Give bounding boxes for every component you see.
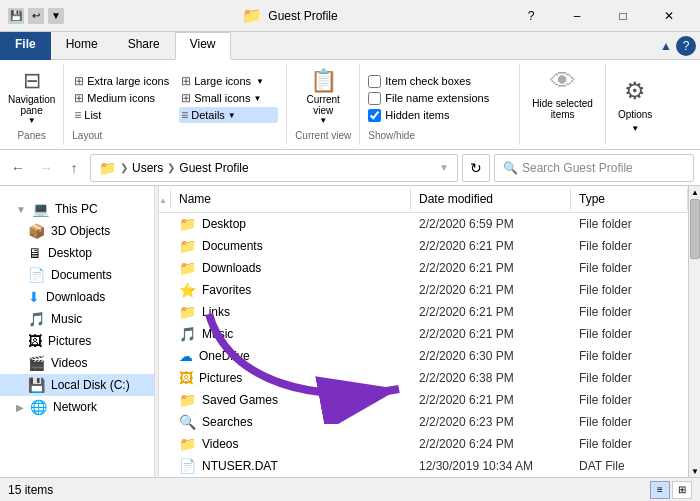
help-button[interactable]: ? [508,0,554,32]
ribbon-expand-button[interactable]: ▲ [660,39,672,53]
file-extensions-input[interactable] [368,92,381,105]
search-box[interactable]: 🔍 Search Guest Profile [494,154,694,182]
address-path[interactable]: 📁 ❯ Users ❯ Guest Profile ▼ [90,154,458,182]
file-cell-date: 12/30/2019 10:34 AM [411,457,571,475]
up-button[interactable]: ↑ [62,156,86,180]
options-section[interactable]: ⚙ Options ▼ [606,64,664,145]
layout-list[interactable]: ≡ List [72,107,171,123]
sidebar-item-videos[interactable]: 🎬 Videos [0,352,154,374]
details-view-button[interactable]: ≡ [650,481,670,499]
maximize-button[interactable]: □ [600,0,646,32]
item-checkboxes-label: Item check boxes [385,75,471,87]
file-name: NTUSER.DAT [202,459,278,473]
tab-file[interactable]: File [0,32,51,60]
file-cell-date: 2/2/2020 6:21 PM [411,303,571,321]
file-icon: 📁 [179,392,196,408]
file-row[interactable]: 📁 Downloads 2/2/2020 6:21 PM File folder [159,257,688,279]
sidebar-item-network[interactable]: ▶ 🌐 Network [0,396,154,418]
file-name: Downloads [202,261,261,275]
sidebar-item-this-pc[interactable]: ▼ 💻 This PC [0,198,154,220]
sidebar-item-music[interactable]: 🎵 Music [0,308,154,330]
file-row[interactable]: 🎵 Music 2/2/2020 6:21 PM File folder [159,323,688,345]
tab-view[interactable]: View [175,32,231,60]
file-cell-type: File folder [571,413,688,431]
file-row[interactable]: 📁 Saved Games 2/2/2020 6:21 PM File fold… [159,389,688,411]
main-area: ▼ 💻 This PC 📦 3D Objects 🖥 Desktop 📄 Doc… [0,186,700,477]
forward-button[interactable]: → [34,156,58,180]
expand-icon-network: ▶ [16,402,24,413]
col-header-date[interactable]: Date modified [411,188,571,210]
tiles-view-button[interactable]: ⊞ [672,481,692,499]
minimize-button[interactable]: – [554,0,600,32]
file-row[interactable]: 🖼 Pictures 2/2/2020 6:38 PM File folder [159,367,688,389]
layout-extra-large[interactable]: ⊞ Extra large icons [72,73,171,89]
back-button[interactable]: ← [6,156,30,180]
file-name: Music [202,327,233,341]
scroll-up-arrow[interactable]: ▲ [689,186,700,198]
hide-selected-section[interactable]: 👁 Hide selecteditems [520,64,606,145]
scroll-track[interactable] [689,260,700,465]
address-folder-icon: 📁 [99,160,116,176]
properties-icon: ▼ [48,8,64,24]
file-row[interactable]: 📄 NTUSER.DAT 12/30/2019 10:34 AM DAT Fil… [159,455,688,477]
col-header-name[interactable]: Name [171,188,411,210]
file-row[interactable]: 📁 Documents 2/2/2020 6:21 PM File folder [159,235,688,257]
file-icon: 📁 [179,238,196,254]
hidden-items-row[interactable]: Hidden items [368,108,511,123]
layout-medium[interactable]: ⊞ Medium icons [72,90,171,106]
small-label: Small icons [194,92,250,104]
path-separator-1: ❯ [120,162,128,173]
file-row[interactable]: 📁 Videos 2/2/2020 6:24 PM File folder [159,433,688,455]
panes-section[interactable]: ⊟ Navigationpane ▼ Panes [0,64,64,145]
scroll-thumb[interactable] [690,199,700,259]
nav-pane-icon: ⊟ [23,68,41,94]
tab-share[interactable]: Share [113,32,175,60]
file-cell-type: File folder [571,391,688,409]
item-checkboxes-input[interactable] [368,75,381,88]
path-guest-profile[interactable]: Guest Profile [179,161,248,175]
file-icon: 📁 [179,216,196,232]
file-cell-name: 🖼 Pictures [171,368,411,388]
file-cell-name: 📁 Videos [171,434,411,454]
current-view-section[interactable]: 📋 Currentview ▼ Current view [287,64,360,145]
sidebar-item-downloads[interactable]: ⬇ Downloads [0,286,154,308]
list-label: List [84,109,101,121]
hidden-items-input[interactable] [368,109,381,122]
help-ribbon-button[interactable]: ? [676,36,696,56]
network-icon: 🌐 [30,399,47,415]
layout-small[interactable]: ⊞ Small icons ▼ [179,90,278,106]
network-label: Network [53,400,97,414]
tab-home[interactable]: Home [51,32,113,60]
file-cell-date: 2/2/2020 6:21 PM [411,237,571,255]
close-button[interactable]: ✕ [646,0,692,32]
large-icon: ⊞ [181,74,191,88]
path-dropdown-arrow[interactable]: ▼ [439,162,449,173]
refresh-button[interactable]: ↻ [462,154,490,182]
layout-large[interactable]: ⊞ Large icons ▼ [179,73,278,89]
sidebar-item-pictures[interactable]: 🖼 Pictures [0,330,154,352]
sidebar-item-3d-objects[interactable]: 📦 3D Objects [0,220,154,242]
file-row[interactable]: 📁 Links 2/2/2020 6:21 PM File folder [159,301,688,323]
scroll-down-arrow[interactable]: ▼ [689,465,700,477]
file-row[interactable]: 🔍 Searches 2/2/2020 6:23 PM File folder [159,411,688,433]
panes-section-label: Panes [17,130,45,141]
file-extensions-row[interactable]: File name extensions [368,91,511,106]
file-cell-type: File folder [571,215,688,233]
file-name: Documents [202,239,263,253]
current-view-section-label: Current view [295,130,351,141]
file-row[interactable]: ⭐ Favorites 2/2/2020 6:21 PM File folder [159,279,688,301]
item-checkboxes-row[interactable]: Item check boxes [368,74,511,89]
ribbon: ⊟ Navigationpane ▼ Panes ⊞ Extra large i… [0,60,700,150]
file-row[interactable]: 📁 Desktop 2/2/2020 6:59 PM File folder [159,213,688,235]
path-users[interactable]: Users [132,161,163,175]
sidebar-item-documents[interactable]: 📄 Documents [0,264,154,286]
file-list-scrollbar[interactable]: ▲ ▼ [688,186,700,477]
col-header-type[interactable]: Type [571,188,688,210]
sidebar-item-desktop[interactable]: 🖥 Desktop [0,242,154,264]
medium-icon: ⊞ [74,91,84,105]
layout-details[interactable]: ≡ Details ▼ [179,107,278,123]
path-separator-2: ❯ [167,162,175,173]
local-disk-icon: 💾 [28,377,45,393]
sidebar-item-local-disk[interactable]: 💾 Local Disk (C:) [0,374,154,396]
file-row[interactable]: ☁ OneDrive 2/2/2020 6:30 PM File folder [159,345,688,367]
